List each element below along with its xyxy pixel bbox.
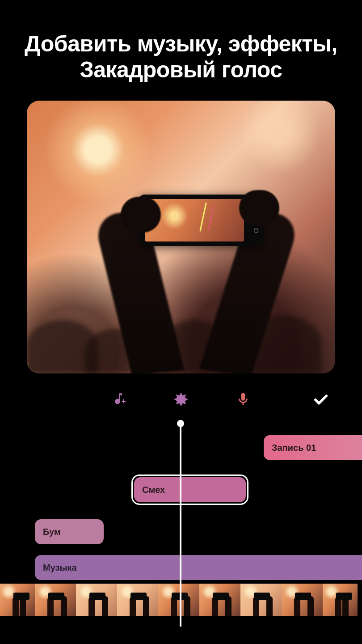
microphone-icon xyxy=(236,392,251,407)
starburst-icon xyxy=(173,391,189,408)
add-voiceover-button[interactable] xyxy=(233,390,253,409)
playhead[interactable] xyxy=(180,421,181,627)
clip-laugh-selected[interactable]: Смех xyxy=(131,475,248,505)
video-preview xyxy=(27,101,335,373)
filmstrip-frame[interactable] xyxy=(282,584,323,616)
clip-record[interactable]: Запись 01 xyxy=(264,435,362,460)
clip-boom[interactable]: Бум xyxy=(35,519,104,544)
filmstrip-frame[interactable] xyxy=(240,584,282,616)
add-music-button[interactable] xyxy=(109,390,129,409)
timeline[interactable]: Запись 01 Смех Бум Музыка xyxy=(0,421,362,622)
add-effects-button[interactable] xyxy=(171,390,191,409)
filmstrip-frame[interactable] xyxy=(323,584,358,616)
clip-label: Музыка xyxy=(43,563,77,573)
clip-music[interactable]: Музыка xyxy=(35,555,362,580)
filmstrip-frame[interactable] xyxy=(35,584,76,616)
filmstrip-frame[interactable] xyxy=(199,584,240,616)
clip-label: Запись 01 xyxy=(272,443,316,453)
clip-label: Смех xyxy=(142,485,165,495)
filmstrip-frame[interactable] xyxy=(117,584,158,616)
clip-label: Бум xyxy=(43,527,61,537)
filmstrip-frame[interactable] xyxy=(0,584,35,616)
editor-toolbar xyxy=(0,386,362,413)
page-title: Добавить музыку, эффекты, Закадровый гол… xyxy=(0,0,362,96)
checkmark-icon xyxy=(311,390,330,409)
filmstrip-frame[interactable] xyxy=(158,584,199,616)
music-plus-icon xyxy=(111,391,127,407)
filmstrip-frame[interactable] xyxy=(76,584,117,616)
confirm-button[interactable] xyxy=(311,390,331,409)
